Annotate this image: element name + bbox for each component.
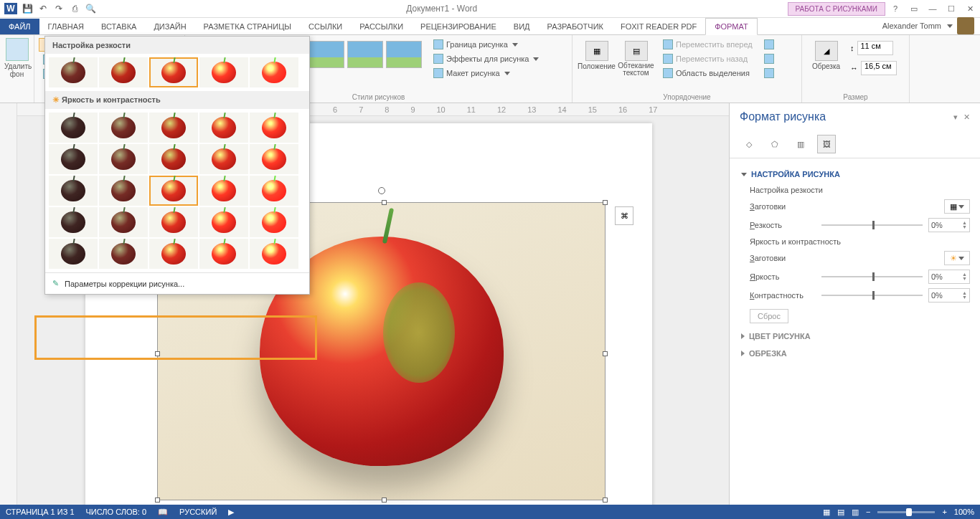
resize-handle[interactable] — [603, 200, 608, 205]
tab-insert[interactable]: ВСТАВКА — [93, 19, 145, 34]
sharp-preset[interactable] — [250, 57, 298, 87]
style-thumb[interactable] — [386, 41, 422, 68]
pane-tab-effects[interactable]: ⬠ — [765, 135, 784, 153]
user-area[interactable]: Alexander Tomm — [882, 17, 980, 34]
bc-presets-button[interactable]: ☀ — [944, 251, 970, 265]
zoom-out-button[interactable]: − — [866, 508, 870, 516]
zoom-slider[interactable] — [877, 511, 935, 513]
bc-preset[interactable] — [250, 113, 298, 143]
bc-preset[interactable] — [149, 113, 198, 143]
maximize-icon[interactable]: ☐ — [943, 2, 960, 15]
word-count[interactable]: ЧИСЛО СЛОВ: 0 — [86, 508, 147, 516]
sharpness-slider[interactable] — [821, 224, 923, 226]
tab-foxit[interactable]: FOXIT READER PDF — [612, 19, 705, 34]
tab-layout[interactable]: РАЗМЕТКА СТРАНИЦЫ — [195, 19, 300, 34]
selection-pane-button[interactable]: Область выделения — [659, 67, 757, 80]
language-status[interactable]: РУССКИЙ — [179, 508, 217, 516]
zoom-level[interactable]: 100% — [954, 508, 974, 516]
pane-dropdown-icon[interactable]: ▾ — [953, 113, 958, 122]
section-picture-color[interactable]: ЦВЕТ РИСУНКА — [740, 328, 970, 345]
bc-preset[interactable] — [199, 176, 248, 206]
view-read-icon[interactable]: ▤ — [837, 508, 844, 517]
resize-handle[interactable] — [603, 351, 608, 356]
tab-home[interactable]: ГЛАВНАЯ — [39, 19, 93, 34]
bring-forward-button[interactable]: Переместить вперед — [659, 38, 757, 51]
bc-preset[interactable] — [99, 176, 148, 206]
section-picture-corrections[interactable]: НАСТРОЙКА РИСУНКА — [740, 166, 970, 183]
page-status[interactable]: СТРАНИЦА 1 ИЗ 1 — [6, 508, 75, 516]
align-button[interactable] — [760, 38, 778, 51]
tab-developer[interactable]: РАЗРАБОТЧИК — [539, 19, 612, 34]
bc-preset[interactable] — [99, 239, 148, 269]
zoom-in-button[interactable]: + — [942, 508, 946, 516]
print-icon[interactable]: ⎙ — [69, 3, 80, 14]
picture-border-button[interactable]: Граница рисунка — [429, 38, 543, 51]
tab-references[interactable]: ССЫЛКИ — [300, 19, 351, 34]
position-button[interactable]: ▦Положение — [577, 38, 616, 80]
style-thumb[interactable] — [308, 41, 344, 68]
proofing-icon[interactable]: 📖 — [158, 508, 168, 517]
send-backward-button[interactable]: Переместить назад — [659, 52, 757, 65]
sharp-preset[interactable] — [199, 57, 248, 87]
bc-preset[interactable] — [149, 176, 198, 206]
tab-review[interactable]: РЕЦЕНЗИРОВАНИЕ — [412, 19, 505, 34]
sharpness-presets-button[interactable]: ▦ — [944, 199, 970, 214]
macro-icon[interactable]: ▶ — [228, 508, 234, 517]
user-avatar[interactable] — [957, 17, 974, 34]
pane-tab-layout[interactable]: ▥ — [791, 135, 810, 153]
resize-handle[interactable] — [155, 351, 160, 356]
rotate-handle[interactable] — [378, 187, 385, 194]
tab-file[interactable]: ФАЙЛ — [0, 19, 39, 34]
bc-preset[interactable] — [49, 113, 98, 143]
brightness-value[interactable]: 0%▲▼ — [928, 270, 970, 284]
bc-preset[interactable] — [49, 239, 98, 269]
tab-design[interactable]: ДИЗАЙН — [145, 19, 194, 34]
ribbon-options-icon[interactable]: ▭ — [905, 2, 923, 15]
correction-options-button[interactable]: ✎ Параметры коррекции рисунка... — [45, 272, 309, 294]
tab-format[interactable]: ФОРМАТ — [705, 18, 758, 35]
width-input[interactable]: 16,5 см — [861, 61, 897, 75]
bc-preset[interactable] — [250, 239, 298, 269]
bc-preset[interactable] — [49, 207, 98, 237]
bc-preset[interactable] — [49, 144, 98, 174]
pane-tab-fill[interactable]: ◇ — [740, 135, 758, 153]
bc-preset[interactable] — [99, 207, 148, 237]
crop-button[interactable]: ◢Обрезка — [806, 38, 846, 78]
resize-handle[interactable] — [155, 497, 160, 503]
view-print-icon[interactable]: ▦ — [823, 508, 830, 517]
picture-effects-button[interactable]: Эффекты для рисунка — [429, 52, 543, 65]
bc-preset[interactable] — [49, 176, 98, 206]
save-icon[interactable]: 💾 — [22, 3, 33, 14]
bc-preset[interactable] — [199, 239, 248, 269]
style-thumb[interactable] — [347, 41, 383, 68]
minimize-icon[interactable]: — — [924, 2, 941, 15]
close-icon[interactable]: ✕ — [961, 2, 979, 15]
resize-handle[interactable] — [382, 497, 387, 503]
find-icon[interactable]: 🔍 — [85, 3, 96, 14]
bc-preset[interactable] — [250, 144, 298, 174]
picture-layout-button[interactable]: Макет рисунка — [429, 67, 543, 80]
height-input[interactable]: 11 см — [857, 41, 893, 55]
sharp-preset[interactable] — [99, 57, 148, 87]
remove-bg-button[interactable]: Удалить фон — [4, 38, 29, 78]
contrast-slider[interactable] — [821, 295, 923, 296]
sharp-preset[interactable] — [49, 57, 98, 87]
bc-preset[interactable] — [149, 207, 198, 237]
view-web-icon[interactable]: ▥ — [852, 508, 859, 517]
bc-preset[interactable] — [99, 144, 148, 174]
brightness-slider[interactable] — [821, 276, 923, 277]
reset-button[interactable]: Сброс — [750, 309, 788, 323]
bc-preset[interactable] — [250, 207, 298, 237]
section-crop[interactable]: ОБРЕЗКА — [740, 345, 970, 362]
tab-view[interactable]: ВИД — [505, 19, 539, 34]
bc-preset[interactable] — [250, 176, 298, 206]
sharp-preset[interactable] — [149, 57, 198, 87]
pane-tab-picture[interactable]: 🖼 — [817, 135, 836, 153]
tab-mailings[interactable]: РАССЫЛКИ — [351, 19, 412, 34]
layout-options-button[interactable]: ⌘ — [615, 206, 633, 225]
bc-preset[interactable] — [199, 207, 248, 237]
bc-preset[interactable] — [199, 144, 248, 174]
bc-preset[interactable] — [99, 113, 148, 143]
undo-icon[interactable]: ↶ — [37, 3, 49, 14]
help-icon[interactable]: ? — [887, 2, 904, 15]
